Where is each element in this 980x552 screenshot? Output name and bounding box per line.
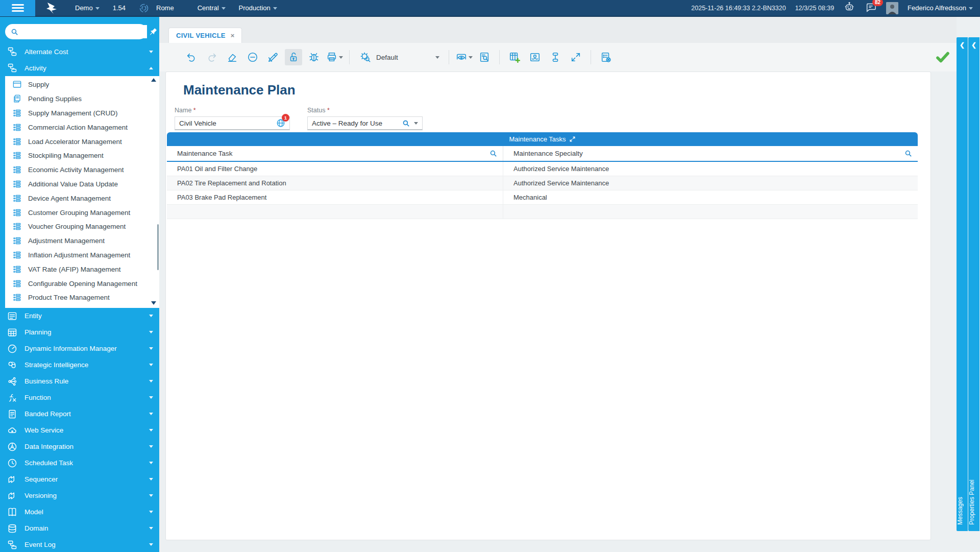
hierarchy-button[interactable]: [547, 49, 564, 65]
unlock-button[interactable]: [285, 49, 302, 65]
submenu-item-device-agent-management[interactable]: Device Agent Management: [5, 191, 159, 205]
search-icon: [10, 28, 19, 36]
grid-cell[interactable]: PA03 Brake Pad Replacement: [167, 190, 503, 204]
sidebar-group-function[interactable]: Function: [0, 390, 159, 406]
name-field[interactable]: Civil Vehicle 1: [175, 116, 290, 130]
avatar[interactable]: [886, 2, 898, 14]
submenu-item-vat-rate-afip-management[interactable]: VAT Rate (AFIP) Management: [5, 262, 159, 276]
snapshot-button[interactable]: [526, 49, 544, 65]
sidebar-group-model[interactable]: Model: [0, 504, 159, 520]
submenu-scrollbar[interactable]: [157, 224, 159, 270]
submenu-item-product-tree-management[interactable]: Product Tree Management: [5, 291, 159, 305]
undo-button[interactable]: [183, 49, 200, 65]
grid-row[interactable]: PA01 Oil and Filter ChangeAuthorized Ser…: [167, 162, 918, 176]
expand-grid-icon[interactable]: [569, 136, 576, 142]
sidebar-search-field[interactable]: [22, 25, 147, 38]
fullscreen-button[interactable]: [567, 49, 584, 65]
fx-icon: [7, 393, 17, 403]
sidebar-group-strategic-intelligence[interactable]: Strategic Intelligence: [0, 357, 159, 373]
dock-panel-properties-panel[interactable]: ❮Properties Panel: [968, 37, 979, 531]
debug-button[interactable]: [305, 49, 323, 65]
messages-button[interactable]: 82: [865, 2, 877, 14]
server-selector[interactable]: Central: [198, 4, 226, 12]
sidebar-group-web-service[interactable]: Web Service: [0, 422, 159, 439]
sidebar-group-versioning[interactable]: Versioning: [0, 488, 159, 504]
sidebar-group-data-integration[interactable]: Data Integration: [0, 439, 159, 455]
grid-title-bar: Maintenance Tasks: [167, 132, 918, 146]
sidebar-group-entity[interactable]: Entity: [0, 308, 159, 324]
sidebar-group-event-log[interactable]: Event Log: [0, 537, 159, 552]
grid-cell[interactable]: Authorized Service Maintenance: [503, 176, 918, 190]
submenu-item-inflation-adjustment-management[interactable]: Inflation Adjustment Management: [5, 248, 159, 262]
sidebar-group-dynamic-information-manager[interactable]: Dynamic Information Manager: [0, 341, 159, 357]
grid-row[interactable]: PA02 Tire Replacement and RotationAuthor…: [167, 176, 918, 190]
submenu-item-supply[interactable]: Supply: [5, 78, 159, 92]
crud-grid-icon: [12, 165, 22, 175]
submenu-item-supply-management-crud-[interactable]: Supply Management (CRUD): [5, 106, 159, 121]
submenu-item-load-accelerator-management[interactable]: Load Accelerator Management: [5, 134, 159, 149]
view-selector-dropdown[interactable]: Default: [356, 47, 443, 67]
robot-assistant-button[interactable]: [843, 2, 855, 14]
sidebar-group-label: Event Log: [24, 541, 56, 548]
hamburger-icon: [12, 3, 24, 13]
sidebar-search-input[interactable]: [5, 24, 147, 39]
sidebar-group-domain[interactable]: Domain: [0, 520, 159, 537]
add-grid-button[interactable]: [506, 49, 523, 65]
redo-button[interactable]: [203, 49, 220, 65]
chevron-left-icon: ❮: [957, 41, 968, 49]
clear-list-button[interactable]: [597, 49, 615, 65]
sidebar-group-alternate-cost[interactable]: Alternate Cost: [0, 43, 159, 60]
grid-cell[interactable]: Mechanical: [503, 190, 918, 204]
design-button[interactable]: [264, 49, 282, 65]
hamburger-menu-button[interactable]: [0, 0, 35, 16]
sidebar-group-banded-report[interactable]: Banded Report: [0, 406, 159, 422]
validate-check-icon[interactable]: [935, 50, 950, 65]
grid-row[interactable]: PA03 Brake Pad ReplacementMechanical: [167, 190, 918, 205]
scroll-up-icon[interactable]: [151, 78, 156, 82]
status-field[interactable]: Active – Ready for Use: [307, 116, 423, 130]
erase-button[interactable]: [224, 49, 241, 65]
mode-selector[interactable]: Production: [239, 4, 277, 12]
sidebar-group-activity[interactable]: Activity: [0, 60, 159, 76]
inspect-form-button[interactable]: [476, 49, 493, 65]
grid-column-header-maintenance-specialty[interactable]: Maintenance Specialty: [503, 146, 918, 161]
sidebar-group-sequencer[interactable]: Sequencer: [0, 471, 159, 488]
ring-icon[interactable]: [139, 3, 149, 13]
submenu-item-economic-activity-management[interactable]: Economic Activity Management: [5, 163, 159, 177]
grid-cell[interactable]: Authorized Service Maintenance: [503, 162, 918, 176]
submenu-item-stockpiling-management[interactable]: Stockpiling Management: [5, 149, 159, 163]
user-menu[interactable]: Federico Alfredsson: [908, 4, 973, 12]
sidebar-group-planning[interactable]: Planning: [0, 324, 159, 341]
grid-cell[interactable]: PA02 Tire Replacement and Rotation: [167, 176, 503, 190]
submenu-item-customer-grouping-management[interactable]: Customer Grouping Management: [5, 205, 159, 220]
submenu-item-pending-supplies[interactable]: Pending Supplies: [5, 92, 159, 106]
globe-icon[interactable]: 1: [276, 118, 285, 128]
print-button[interactable]: [326, 49, 343, 65]
submenu-item-configurable-opening-management[interactable]: Configurable Opening Management: [5, 276, 159, 291]
chevron-down-icon[interactable]: [414, 122, 418, 125]
submenu-item-adjustment-management[interactable]: Adjustment Management: [5, 234, 159, 248]
grid-cell[interactable]: [167, 205, 503, 219]
dock-panel-messages[interactable]: ❮Messages: [957, 37, 968, 531]
grid-column-header-maintenance-task[interactable]: Maintenance Task: [167, 146, 503, 161]
grid-cell[interactable]: [503, 205, 918, 219]
tab-civil-vehicle[interactable]: CIVIL VEHICLE ×: [168, 28, 242, 43]
submenu-item-additional-value-data-update[interactable]: Additional Value Data Update: [5, 177, 159, 191]
sidebar-group-scheduled-task[interactable]: Scheduled Task: [0, 455, 159, 471]
submenu-item-voucher-grouping-management[interactable]: Voucher Grouping Management: [5, 220, 159, 234]
scroll-down-icon[interactable]: [151, 301, 156, 305]
environment-selector[interactable]: Demo: [75, 4, 100, 12]
sidebar-group-business-rule[interactable]: Business Rule: [0, 373, 159, 390]
grid-row[interactable]: [167, 205, 918, 219]
pin-icon[interactable]: [149, 27, 158, 36]
search-icon[interactable]: [402, 119, 410, 128]
search-icon[interactable]: [489, 149, 498, 158]
tab-close-icon[interactable]: ×: [231, 32, 235, 39]
submenu-item-commercial-action-management[interactable]: Commercial Action Management: [5, 120, 159, 134]
remove-button[interactable]: [244, 49, 261, 65]
search-icon[interactable]: [904, 149, 913, 158]
preview-button[interactable]: [455, 49, 473, 65]
sidebar-group-label: Entity: [24, 312, 42, 320]
grid-cell[interactable]: PA01 Oil and Filter Change: [167, 162, 503, 176]
sidebar-group-label: Dynamic Information Manager: [24, 345, 117, 352]
